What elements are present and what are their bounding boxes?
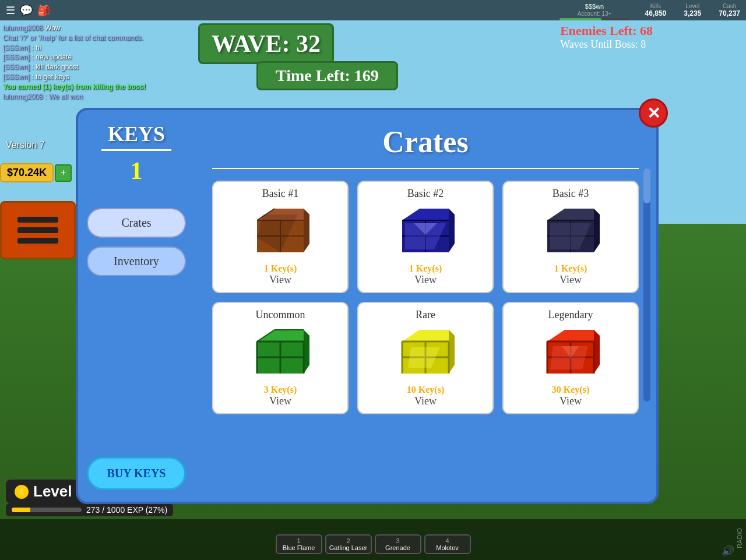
hamburger-line-2 bbox=[17, 227, 58, 233]
svg-marker-2 bbox=[304, 209, 309, 252]
money-badge: $70.24K bbox=[0, 163, 54, 182]
crate-rare[interactable]: Rare 10 Key(s) View bbox=[357, 302, 494, 414]
kills-stat: Kills 46,850 bbox=[645, 3, 667, 17]
hamburger-line-1 bbox=[17, 217, 58, 223]
crate-legendary-view[interactable]: View bbox=[509, 395, 632, 407]
crate-uncommon[interactable]: Uncommon 3 Key(s) View bbox=[212, 302, 349, 414]
hamburger-button[interactable] bbox=[0, 201, 76, 259]
waves-boss: Waves Until Boss: 8 bbox=[560, 38, 653, 51]
kills-label: Kills bbox=[645, 3, 667, 9]
crate-uncommon-view[interactable]: View bbox=[219, 395, 342, 407]
hud-left: ☰ 💬 🎒 bbox=[6, 4, 50, 17]
weapon-slot-3[interactable]: 3 Grenade bbox=[375, 534, 421, 554]
weapon-slot-2[interactable]: 2 Gatling Laser bbox=[325, 534, 372, 554]
account-label: Account: 13+ bbox=[578, 10, 612, 17]
close-button[interactable]: ✕ bbox=[639, 98, 668, 128]
svg-marker-9 bbox=[402, 209, 449, 220]
chat-msg-2: : new update bbox=[31, 53, 72, 61]
crate-basic2-keys: 1 Key(s) bbox=[364, 263, 487, 274]
nav-crates-button[interactable]: Crates bbox=[87, 208, 186, 238]
slot-num-1: 1 bbox=[279, 537, 319, 544]
crate-basic2-view[interactable]: View bbox=[364, 274, 487, 286]
crate-rare-view[interactable]: View bbox=[364, 395, 487, 407]
wave-text: WAVE: 32 bbox=[198, 23, 334, 64]
weapon-name-4: Molotov bbox=[427, 544, 468, 551]
crate-basic1-visual bbox=[245, 203, 315, 261]
scroll-bar[interactable] bbox=[643, 168, 650, 401]
chat-msg-1: : hi bbox=[31, 44, 41, 52]
crate-basic1[interactable]: Basic #1 1 Key(s) View bbox=[212, 181, 349, 293]
wave-banner: WAVE: 32 bbox=[198, 23, 334, 64]
chat-line-4: [SSSwn] : to get keys bbox=[3, 72, 195, 82]
kills-value: 46,850 bbox=[645, 9, 667, 17]
level-icon: ⭐ bbox=[15, 485, 29, 499]
exp-text: 273 / 1000 EXP (27%) bbox=[86, 505, 167, 515]
keys-count: 1 bbox=[101, 157, 171, 185]
inventory-icon[interactable]: 🎒 bbox=[37, 4, 50, 17]
crate-rare-visual bbox=[390, 324, 460, 382]
crate-basic3-keys: 1 Key(s) bbox=[509, 263, 632, 274]
nav-inventory-button[interactable]: Inventory bbox=[87, 246, 186, 276]
level-stat: Level 3,235 bbox=[684, 3, 701, 17]
crate-legendary[interactable]: Legendary 30 Key(s) View bbox=[502, 302, 639, 414]
hud-right: Kills 46,850 Level 3,235 Cash 70,237 bbox=[645, 3, 740, 17]
crate-basic3-name: Basic #3 bbox=[509, 188, 632, 200]
cash-stat: Cash 70,237 bbox=[719, 3, 740, 17]
weapon-slot-4[interactable]: 4 Molotov bbox=[424, 534, 471, 554]
bottom-hud: 1 Blue Flame 2 Gatling Laser 3 Grenade 4… bbox=[0, 519, 746, 560]
svg-marker-18 bbox=[594, 209, 600, 252]
wave-info: Enemies Left: 68 Waves Until Boss: 8 bbox=[560, 23, 653, 51]
account-name: $$$wn bbox=[585, 3, 604, 10]
svg-marker-10 bbox=[449, 209, 455, 252]
chat-icon[interactable]: 💬 bbox=[20, 4, 33, 17]
money-plus: + bbox=[55, 164, 72, 182]
chat-username-2: [SSSwn] bbox=[3, 53, 30, 61]
chat-msg-3: : kill dark ghost bbox=[31, 63, 78, 71]
menu-icon[interactable]: ☰ bbox=[6, 4, 15, 17]
crate-basic3-visual bbox=[536, 203, 606, 261]
chat-username-5: lulunmg2008 bbox=[3, 93, 43, 101]
weapon-name-2: Gatling Laser bbox=[328, 544, 369, 551]
crate-legendary-name: Legendary bbox=[509, 309, 632, 321]
keys-section: KEYS 1 bbox=[101, 122, 171, 185]
crate-basic1-view[interactable]: View bbox=[219, 274, 342, 286]
chat-msg-5: : We all won bbox=[45, 93, 83, 101]
weapon-slot-1[interactable]: 1 Blue Flame bbox=[276, 534, 322, 554]
slot-num-4: 4 bbox=[427, 537, 468, 544]
crate-uncommon-visual bbox=[245, 324, 315, 382]
chat-line-2: [SSSwn] : new update bbox=[3, 52, 195, 62]
chat-area: lulunmg2008 Wow Chat '/?' or '/help' for… bbox=[0, 20, 198, 104]
crate-rare-keys: 10 Key(s) bbox=[364, 385, 487, 395]
svg-marker-43 bbox=[547, 330, 594, 341]
version-text: Version 7 bbox=[6, 140, 45, 150]
money-display: $70.24K + bbox=[0, 163, 72, 182]
crate-basic2-visual bbox=[390, 203, 460, 261]
exp-bar-container: 273 / 1000 EXP (27%) bbox=[6, 503, 173, 516]
account-progress-bar bbox=[560, 18, 629, 20]
scroll-thumb[interactable] bbox=[643, 168, 650, 203]
weapon-name-3: Grenade bbox=[378, 544, 418, 551]
chat-line-0: lulunmg2008 Wow bbox=[3, 23, 195, 33]
crate-legendary-keys: 30 Key(s) bbox=[509, 385, 632, 395]
chat-msg-0: Wow bbox=[45, 24, 60, 32]
nav-buttons: Crates Inventory bbox=[87, 208, 186, 276]
chat-line-1: [SSSwn] : hi bbox=[3, 43, 195, 53]
crate-basic1-name: Basic #1 bbox=[219, 188, 342, 200]
crate-uncommon-keys: 3 Key(s) bbox=[219, 385, 342, 395]
cash-value: 70,237 bbox=[719, 9, 740, 17]
modal-sidebar: KEYS 1 Crates Inventory BUY KEYS bbox=[78, 110, 195, 502]
crate-basic3-view[interactable]: View bbox=[509, 274, 632, 286]
crate-basic3[interactable]: Basic #3 1 Key(s) View bbox=[502, 181, 639, 293]
level-value: 3,235 bbox=[684, 9, 701, 17]
weapon-name-1: Blue Flame bbox=[279, 544, 319, 551]
chat-username-1: [SSSwn] bbox=[3, 44, 30, 52]
svg-marker-24 bbox=[257, 330, 304, 341]
account-progress-fill bbox=[560, 18, 601, 20]
weapon-slots: 1 Blue Flame 2 Gatling Laser 3 Grenade 4… bbox=[0, 534, 746, 557]
crate-basic2[interactable]: Basic #2 1 Key(s) View bbox=[357, 181, 494, 293]
modal-content: Crates Basic #1 1 Key(s) View bbox=[195, 110, 656, 502]
keys-title: KEYS bbox=[101, 122, 171, 151]
top-hud: ☰ 💬 🎒 $$$wn Account: 13+ Kills 46,850 Le… bbox=[0, 0, 746, 20]
modal-title: Crates bbox=[212, 125, 639, 159]
buy-keys-button[interactable]: BUY KEYS bbox=[87, 457, 186, 490]
